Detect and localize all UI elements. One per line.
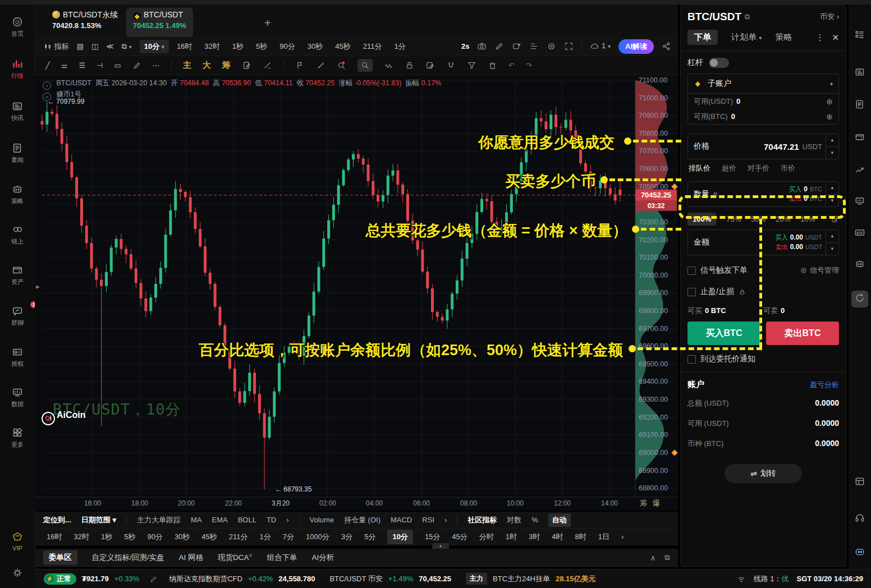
pair-name[interactable]: BTC/USDT 币安	[329, 574, 382, 584]
layout-cloud-dropdown[interactable]: 1 ▾	[590, 42, 611, 51]
quick-tf-211分[interactable]: 211分	[363, 42, 382, 52]
list-icon[interactable]	[529, 42, 539, 51]
cycle-icon[interactable]	[851, 291, 868, 307]
tf-5秒[interactable]: 5秒	[124, 532, 135, 542]
lock-tool-icon[interactable]	[405, 61, 414, 70]
notify-checkbox[interactable]	[687, 355, 696, 364]
edit-ticker-icon[interactable]	[149, 574, 158, 583]
price-input[interactable]: 价格 70447.21USDT ▲▼	[687, 134, 839, 159]
sidebar-item-资产[interactable]: 资产	[0, 264, 35, 286]
sidebar-item-链上[interactable]: 链上	[0, 223, 35, 246]
quick-tf-16时[interactable]: 16时	[177, 42, 192, 52]
indicator-item-TD[interactable]: TD	[267, 516, 276, 524]
tf-30秒[interactable]: 30秒	[175, 532, 190, 542]
chart-type-icon[interactable]: ⧉ ▾	[122, 42, 132, 51]
brush-icon[interactable]	[263, 61, 272, 70]
popout-icon[interactable]: ⧉	[664, 553, 670, 562]
main-force-text[interactable]: BTC主力24H挂单	[493, 574, 550, 584]
tf-5分[interactable]: 5分	[364, 532, 375, 542]
price-stepper[interactable]: ▲▼	[826, 134, 838, 159]
tf-›[interactable]: ›	[621, 532, 624, 541]
replay-icon[interactable]: ≪	[106, 42, 114, 50]
sidebar-item-首页[interactable]: 首页	[0, 16, 35, 38]
bottom-tab-AI分析[interactable]: AI分析	[311, 553, 334, 563]
sidebar-item-群聊[interactable]: 23群聊	[0, 305, 35, 327]
tf-8时[interactable]: 8时	[575, 532, 586, 542]
big-chart-button[interactable]: 大	[203, 60, 211, 71]
ai-analysis-button[interactable]: AI解读	[618, 39, 654, 54]
price-type-排队价[interactable]: 排队价	[689, 163, 710, 173]
filter-icon[interactable]	[467, 61, 476, 70]
bottom-tab-自定义指标/回测/实盘[interactable]: 自定义指标/回测/实盘	[92, 553, 164, 563]
indicator-item-主力大单跟踪[interactable]: 主力大单跟踪	[137, 515, 181, 525]
draw-icon[interactable]	[494, 42, 504, 51]
layoutwin-icon[interactable]	[853, 476, 867, 489]
line-status[interactable]: 线路 1：优	[754, 574, 789, 584]
indicator-item-社区指标[interactable]: 社区指标	[467, 515, 497, 525]
transfer-button[interactable]: ⇌划转	[725, 464, 802, 483]
price-type-市价[interactable]: 市价	[781, 163, 795, 173]
tab-strategy[interactable]: 策略	[775, 32, 792, 43]
buy-button[interactable]: 买入BTC	[687, 321, 760, 345]
headset-icon[interactable]	[853, 512, 867, 526]
undo-icon[interactable]: ↶	[508, 61, 515, 70]
tf-90分[interactable]: 90分	[147, 532, 162, 542]
tf-16时[interactable]: 16时	[47, 532, 62, 542]
more-menu-icon[interactable]: ⋮	[815, 33, 824, 43]
note-icon[interactable]	[425, 61, 435, 70]
sidebar-item-更多[interactable]: 更多	[0, 426, 35, 449]
indicator-item-日期范围[interactable]: 日期范围 ▾	[81, 515, 116, 525]
tf-4时[interactable]: 4时	[552, 532, 563, 542]
tf-1秒[interactable]: 1秒	[101, 532, 112, 542]
aibot-icon[interactable]	[853, 546, 867, 559]
indicator-icon[interactable]: 指标	[43, 42, 69, 52]
tab-btcusdt-spot[interactable]: ◆BTC/USDT 70452.25 1.49%	[126, 8, 193, 38]
pnl-analysis-link[interactable]: 盈亏分析	[810, 380, 839, 390]
subaccount-dropdown[interactable]: ◆ 子账户 ▾	[688, 74, 838, 94]
indicator-item-%[interactable]: %	[531, 516, 538, 524]
indicator-item-BOLL[interactable]: BOLL	[238, 516, 256, 524]
tf-45秒[interactable]: 45秒	[201, 532, 217, 542]
tf-45分[interactable]: 45分	[452, 532, 467, 542]
sidebar-item-策略[interactable]: 策略	[0, 183, 35, 205]
quick-tf-1分[interactable]: 1分	[394, 42, 405, 52]
quick-tf-90分[interactable]: 90分	[279, 42, 295, 52]
more-tools-icon[interactable]: ⋯	[153, 61, 160, 70]
tf-3时[interactable]: 3时	[529, 532, 540, 542]
left-collapse-handle[interactable]: ▶	[36, 284, 40, 290]
indicator-item-Volume[interactable]: Volume	[310, 516, 334, 524]
index-name[interactable]: 纳斯达克指数期货CFD	[169, 574, 242, 584]
main-chart-button[interactable]: 主	[183, 60, 191, 71]
tab-btcusdt-perp[interactable]: BTC/USDT永续 70420.8 1.53%	[45, 8, 125, 38]
indicator-item-EMA[interactable]: EMA	[212, 516, 227, 524]
sidebar-item-行情[interactable]: 行情	[0, 58, 35, 80]
tpsl-checkbox[interactable]	[687, 288, 696, 296]
tf-3分[interactable]: 3分	[341, 532, 352, 542]
tf-211分[interactable]: 211分	[229, 532, 248, 542]
flag-icon[interactable]	[295, 61, 305, 70]
doc-icon[interactable]	[853, 99, 867, 112]
panel-collapse-handle[interactable]: ▲	[432, 543, 449, 549]
collapse-icon[interactable]: ∧	[650, 553, 655, 562]
sell-button[interactable]: 卖出BTC	[766, 321, 839, 345]
tf-1分[interactable]: 1分	[260, 532, 271, 542]
quick-tf-30秒[interactable]: 30秒	[308, 42, 323, 52]
tab-plan-order[interactable]: 计划单 ▾	[731, 32, 762, 43]
collapse-circle-icon[interactable]: ⌄	[43, 93, 51, 101]
tf-分时[interactable]: 分时	[479, 532, 494, 542]
signal-manager-link[interactable]: 信号管理	[800, 265, 839, 275]
add-tab-button[interactable]: +	[264, 17, 271, 30]
pencil-tool-icon[interactable]	[132, 61, 141, 70]
pattern-icon[interactable]	[384, 61, 393, 70]
tf-1日[interactable]: 1日	[598, 532, 609, 542]
redo-icon[interactable]: ↷	[526, 61, 532, 70]
quick-tf-5秒[interactable]: 5秒	[256, 42, 267, 52]
exchange-link[interactable]: 币安 ›	[820, 12, 839, 22]
robot-icon[interactable]	[853, 258, 867, 272]
price-type-对手价[interactable]: 对手价	[748, 163, 769, 173]
doc-edit-icon[interactable]	[242, 61, 251, 70]
tf-7分[interactable]: 7分	[283, 532, 294, 542]
compare-icon[interactable]: ◫	[91, 42, 98, 50]
share-icon[interactable]	[662, 42, 671, 51]
zoom-in-icon[interactable]	[337, 61, 346, 70]
